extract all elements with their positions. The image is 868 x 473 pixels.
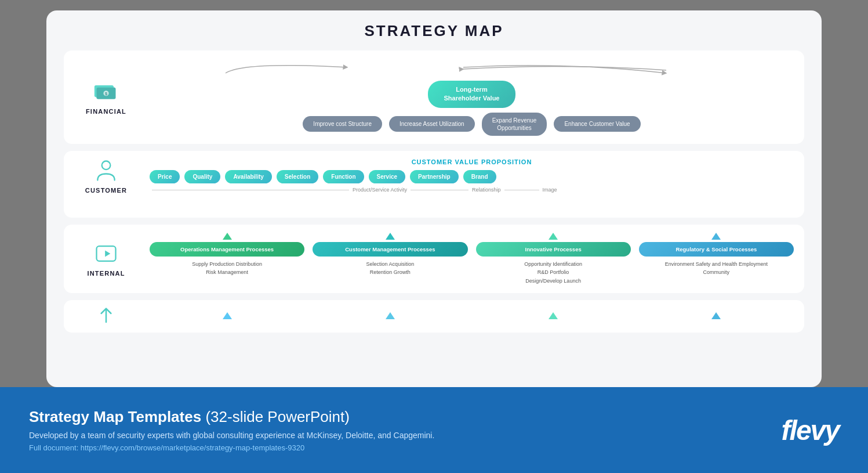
bottom-text: Strategy Map Templates (32-slide PowerPo… [29, 408, 782, 452]
activity-labels-row: Product/Service Activity Relationship Im… [150, 187, 794, 193]
customer-pill-quality: Quality [184, 170, 220, 183]
internal-header-4: Regulatory & Social Processes [639, 242, 794, 257]
financial-label: $ FINANCIAL [74, 79, 138, 115]
activity-line-2 [411, 190, 468, 190]
internal-box-2: Customer Management Processes Selection … [313, 233, 467, 285]
customer-pill-partnership: Partnership [410, 170, 459, 183]
bottom-bar: Strategy Map Templates (32-slide PowerPo… [0, 387, 868, 473]
internal-items-3: Opportunity Identification R&D Portfolio… [524, 260, 582, 285]
internal-items-1: Supply Production Distribution Risk Mana… [192, 260, 262, 277]
partial-tri-3 [549, 312, 558, 319]
internal-items-2: Selection Acquisition Retention Growth [366, 260, 415, 277]
svg-text:$: $ [105, 92, 107, 97]
growth-icon [95, 305, 118, 328]
customer-section: CUSTOMER CUSTOMER VALUE PROPOSITION Pric… [64, 151, 804, 218]
internal-box-1: Operations Management Processes Supply P… [150, 233, 304, 285]
customer-pill-selection: Selection [277, 170, 318, 183]
activity-line-3 [504, 190, 539, 190]
svg-point-5 [102, 161, 111, 169]
internal-header-1: Operations Management Processes [150, 242, 304, 257]
financial-section: $ FINANCIAL [64, 50, 804, 144]
internal-header-3: Innovative Processes [476, 242, 631, 257]
cvp-title: CUSTOMER VALUE PROPOSITION [150, 158, 794, 165]
shareholder-value-btn: Long-term Shareholder Value [428, 81, 516, 108]
growth-content [138, 312, 794, 320]
internal-items-4: Environment Safety and Health Employment… [665, 260, 768, 277]
financial-pill-2: Increase Asset Utilization [389, 116, 475, 132]
partial-tri-1 [223, 312, 232, 319]
customer-pill-function: Function [323, 170, 364, 183]
customer-section-title: CUSTOMER [85, 187, 127, 194]
financial-pills-row: Improve cost Structure Increase Asset Ut… [303, 113, 640, 136]
financial-pill-3: Expand Revenue Opportunities [482, 113, 547, 136]
customer-inner: CUSTOMER CUSTOMER VALUE PROPOSITION Pric… [74, 158, 794, 194]
partial-tri-4 [711, 312, 721, 319]
bottom-title-bold: Strategy Map Templates [29, 408, 201, 425]
bottom-title-light: (32-slide PowerPoint) [201, 408, 350, 425]
triangle-1 [223, 233, 232, 240]
financial-pill-1: Improve cost Structure [303, 116, 382, 132]
financial-arrows-svg [214, 59, 729, 76]
activity-label-3: Image [543, 187, 557, 193]
bottom-link[interactable]: Full document: https://flevy.com/browse/… [29, 443, 782, 452]
triangle-3 [549, 233, 558, 240]
bottom-description: Developed by a team of security experts … [29, 431, 782, 440]
internal-grid: Operations Management Processes Supply P… [150, 233, 794, 285]
financial-content: Long-term Shareholder Value Improve cost… [138, 59, 794, 136]
partial-pills-row [150, 312, 794, 320]
internal-box-4: Regulatory & Social Processes Environmen… [639, 233, 794, 285]
page-title: STRATEGY MAP [64, 22, 804, 40]
financial-pill-4: Enhance Customer Value [554, 116, 640, 132]
bottom-partial-section [64, 300, 804, 333]
triangle-2 [386, 233, 395, 240]
customer-pill-availability: Availability [225, 170, 271, 183]
internal-section: INTERNAL Operations Management Processes… [64, 225, 804, 293]
internal-section-title: INTERNAL [87, 270, 125, 277]
financial-icon: $ [93, 79, 119, 104]
internal-label: INTERNAL [74, 241, 138, 277]
activity-label-1: Product/Service Activity [353, 187, 407, 193]
internal-icon [93, 241, 119, 266]
activity-line-1 [152, 190, 349, 190]
internal-box-3: Innovative Processes Opportunity Identif… [476, 233, 631, 285]
internal-content: Operations Management Processes Supply P… [138, 233, 794, 285]
activity-label-2: Relationship [472, 187, 501, 193]
main-card: STRATEGY MAP $ FINANCIAL [46, 10, 822, 387]
customer-icon [93, 158, 119, 183]
financial-section-title: FINANCIAL [86, 108, 126, 115]
internal-header-2: Customer Management Processes [313, 242, 467, 257]
triangle-4 [711, 233, 721, 240]
growth-label [74, 305, 138, 328]
customer-pills-row: Price Quality Availability Selection Fun… [150, 170, 794, 183]
bottom-bar-title: Strategy Map Templates (32-slide PowerPo… [29, 408, 782, 426]
partial-tri-2 [386, 312, 395, 319]
customer-pill-price: Price [150, 170, 180, 183]
flevy-logo: flevy [782, 414, 839, 446]
customer-pill-brand: Brand [463, 170, 496, 183]
customer-label: CUSTOMER [74, 158, 138, 194]
customer-pill-service: Service [369, 170, 406, 183]
customer-content: CUSTOMER VALUE PROPOSITION Price Quality… [138, 158, 794, 193]
